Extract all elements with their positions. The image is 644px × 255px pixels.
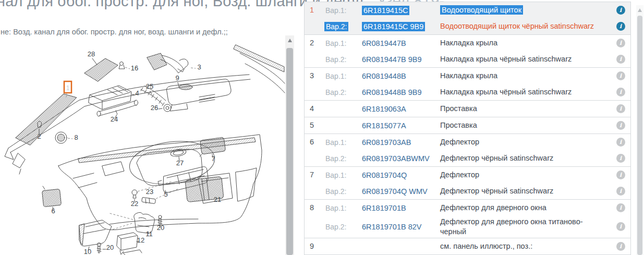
part-description-cell: Проставка [440,104,611,114]
diagram-callout[interactable]: 5 [164,190,167,198]
row-position-number: 4 [305,101,324,117]
parts-table-row[interactable]: 56R1815077AПроставкаi [305,117,630,134]
parts-table-row[interactable]: 3Вар.1:6R0819448BНакладка крылаiВар.2:6R… [305,68,630,101]
diagram-callout[interactable]: 3 [197,63,201,71]
part-number-link[interactable]: 6R0819703ABWMV [362,154,430,163]
info-icon[interactable]: i [616,203,625,212]
diagram-callout[interactable]: 25 [146,82,153,90]
part-description-cell: Дефлектор [440,170,611,180]
diagram-callout[interactable]: 26 [151,104,158,112]
part-number-link[interactable]: 6R0819447B [362,39,406,47]
diagram-callout[interactable]: 11 [145,230,153,238]
diagram-callout[interactable]: 20 [157,224,164,232]
part-number-link[interactable]: 6R1819415C [362,6,409,15]
diagram-callout[interactable]: 20 [106,244,114,251]
part-description: Дефлектор чёрный satinschwarz [440,154,553,162]
part-number-link[interactable]: 6R0819448B [362,72,406,80]
scrollbar-thumb[interactable] [637,16,642,255]
part-number-link[interactable]: 6R0819447B 9B9 [362,55,422,64]
diagram-callout[interactable]: 21 [214,196,221,203]
row-position-number: 3 [305,68,324,100]
info-icon[interactable]: i [616,104,625,113]
table-scrollbar[interactable] [636,5,643,255]
info-cell: i [611,6,630,15]
diagram-callout[interactable]: 12 [137,236,144,244]
diagram-callout[interactable]: 7 [211,155,215,163]
info-icon[interactable]: i [616,187,625,196]
diagram-callout[interactable]: 2 [37,132,41,140]
parts-table: 1Вар.1:6R1819415CВодоотводящий щитокiВар… [304,2,631,255]
info-icon[interactable]: i [616,138,625,147]
info-icon[interactable]: i [616,242,625,251]
part-number-link[interactable]: 6R1815077A [362,122,406,130]
diagram-callout[interactable]: 28 [88,50,95,58]
diagram-callout[interactable]: 8 [74,133,78,141]
part-number-link[interactable]: 6R0819448B 9B9 [362,88,422,96]
parts-table-row[interactable]: 8Вар.1:6R1819701BДефлектор для дверного … [305,200,630,238]
part-description-cell: Накладка крыла [440,71,611,81]
scrollbar-thumb[interactable] [286,48,293,255]
info-icon[interactable]: i [616,55,625,64]
info-cell: i [611,55,630,64]
part-description-cell: Дефлектор [440,137,611,147]
diagram-callout[interactable]: 22 [131,200,138,208]
diagram-scrollbar[interactable] [285,35,294,255]
diagram-panel: 1 281639254262428727235212262011122010 [0,42,286,255]
row-position-number: 5 [305,117,324,133]
parts-table-row[interactable]: 6Вар.1:6R0819703ABДефлекторiВар.2:6R0819… [305,134,630,167]
part-description-cell: Накладка крыла чёрный satinschwarz [440,54,611,64]
variant-label: Вар.2: [324,154,346,163]
info-icon[interactable]: i [616,171,625,179]
diagram-callout[interactable]: 6 [51,207,55,215]
scroll-up-arrow-icon[interactable] [638,8,642,12]
part-variant-line: Вар.1:6R1819415CВодоотводящий щитокi [324,2,630,18]
row-lines: Вар.1:6R0819703ABДефлекторiВар.2:6R08197… [324,134,630,166]
diagram-callout[interactable]: 9 [175,74,179,82]
part-description: Дефлектор чёрный satinschwarz [440,187,553,195]
part-number-link[interactable]: 6R1819063A [362,105,406,113]
part-description-cell: Дефлектор чёрный satinschwarz [440,153,611,163]
variant-label: Вар.1: [324,39,346,47]
info-icon[interactable]: i [616,154,625,163]
part-number-link[interactable]: 6R0819704Q [362,171,407,179]
info-cell: i [611,22,630,31]
part-number-link[interactable]: 6R0819704Q WMV [362,187,428,196]
part-number-link[interactable]: 6R1819701B 82V [362,223,422,231]
parts-table-row[interactable]: 1Вар.1:6R1819415CВодоотводящий щитокiВар… [305,2,630,35]
part-description: Накладка крыла чёрный satinschwarz [440,55,572,63]
info-icon[interactable]: i [616,222,625,231]
diagram-callout[interactable]: 16 [131,64,138,72]
row-lines: Вар.1:6R0819704QДефлекторiВар.2:6R081970… [324,167,630,199]
info-icon[interactable]: i [616,39,625,47]
part-number-link[interactable]: 6R0819703AB [362,138,411,147]
scroll-up-arrow-icon[interactable] [288,39,292,42]
part-number-cell: 6R1815077A [362,121,406,130]
parts-table-row[interactable]: 46R1819063AПроставкаi [305,101,630,117]
diagram-callout[interactable]: 24 [111,115,118,123]
part-number-link[interactable]: 6R1819415C 9B9 [362,22,425,31]
info-icon[interactable]: i [616,88,625,96]
part-number-cell: 6R1819063A [362,104,406,114]
part-variant-line: Вар.1:6R1819701BДефлектор для дверного о… [324,200,630,216]
info-icon[interactable]: i [616,121,625,130]
row-position-number: 8 [305,200,324,238]
part-description-cell: Проставка [440,120,611,130]
info-icon[interactable]: i [616,6,625,15]
diagram-callout[interactable]: 10 [84,248,91,255]
part-number-link[interactable]: 6R1819701B [362,204,406,212]
row-lines: 6R1815077AПроставкаi [324,117,630,133]
part-description: Дефлектор для дверного окна [440,203,546,212]
part-description-cell: Дефлектор для дверного окна [440,203,611,213]
part-variant-line: Вар.2:6R1819415C 9B9Водоотводящий щиток … [324,18,630,34]
parts-table-row[interactable]: 9см. панель иллюстр., поз.:i [305,238,630,255]
info-icon[interactable]: i [616,71,625,80]
parts-table-row[interactable]: 2Вар.1:6R0819447BНакладка крылаiВар.2:6R… [305,35,630,68]
part-number-cell: 6R1819415C 9B9 [362,22,425,31]
svg-text:1: 1 [66,84,70,92]
variant-label: Вар.2: [324,22,348,31]
diagram-callout[interactable]: 23 [146,188,153,196]
info-icon[interactable]: i [616,22,625,31]
diagram-callout[interactable]: 4 [135,89,139,97]
diagram-callout[interactable]: 27 [176,159,184,167]
parts-table-row[interactable]: 7Вар.1:6R0819704QДефлекторiВар.2:6R08197… [305,167,630,200]
